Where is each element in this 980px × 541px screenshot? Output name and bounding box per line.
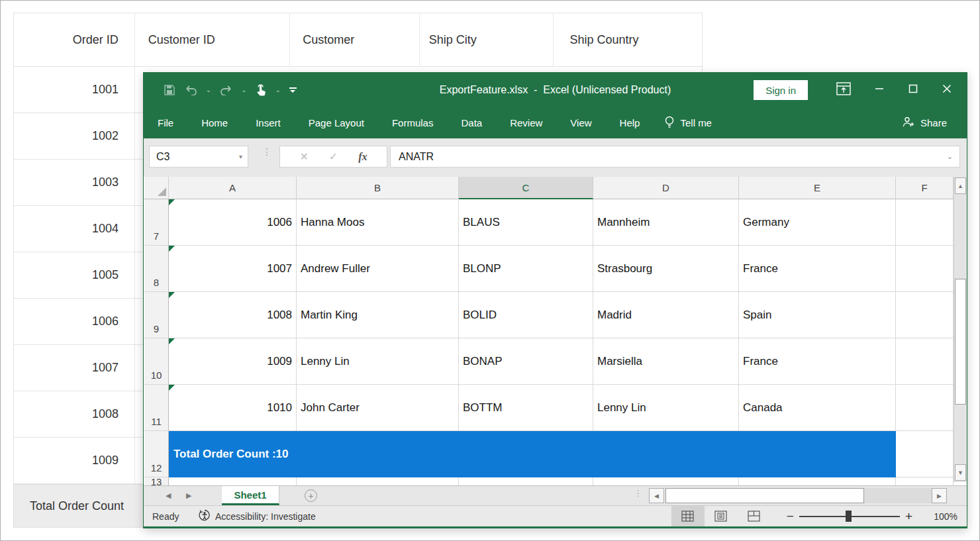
cell-a9[interactable]: 1008 — [169, 292, 297, 338]
cell-e11[interactable]: Canada — [739, 385, 896, 431]
cell-b11[interactable]: John Carter — [297, 385, 459, 431]
cell-f12[interactable] — [896, 431, 954, 477]
select-all-corner[interactable] — [144, 177, 169, 199]
touch-mode-dropdown-icon[interactable]: ⌄ — [275, 87, 281, 93]
tab-formulas[interactable]: Formulas — [378, 107, 448, 138]
vertical-scrollbar[interactable]: ▲ ▼ — [954, 177, 967, 482]
minimize-icon[interactable] — [874, 83, 885, 97]
cell-d7[interactable]: Mannheim — [593, 199, 739, 246]
sheet-tab-sheet1[interactable]: Sheet1 — [222, 486, 279, 505]
cell-b9[interactable]: Martin King — [297, 292, 459, 338]
scroll-left-icon[interactable]: ◀ — [649, 488, 664, 503]
cancel-entry-icon[interactable]: ✕ — [299, 150, 308, 163]
view-normal-button[interactable] — [671, 506, 705, 526]
cell-e9[interactable]: Spain — [739, 292, 896, 338]
cell-c8[interactable]: BLONP — [459, 246, 593, 292]
zoom-level[interactable]: 100% — [916, 511, 957, 522]
view-page-layout-button[interactable] — [705, 506, 738, 526]
cell-f10[interactable] — [896, 338, 954, 385]
tell-me-control[interactable]: Tell me — [664, 115, 712, 130]
tab-file[interactable]: File — [144, 107, 187, 138]
zoom-slider-thumb[interactable] — [846, 511, 852, 522]
maximize-icon[interactable] — [908, 83, 918, 97]
tab-data[interactable]: Data — [447, 107, 496, 138]
tab-scroll-splitter[interactable]: ⋮ — [634, 491, 642, 495]
ribbon-display-options-icon[interactable] — [836, 82, 851, 98]
tab-view[interactable]: View — [556, 107, 605, 138]
touch-mouse-mode-icon[interactable] — [255, 83, 267, 97]
sheet-nav-right-icon[interactable]: ▶ — [186, 486, 191, 505]
formula-input[interactable]: ANATR ⌄ — [390, 146, 960, 168]
view-page-break-button[interactable] — [738, 506, 771, 526]
row-header-13[interactable]: 13 — [144, 477, 169, 485]
undo-dropdown-icon[interactable]: ⌄ — [206, 87, 211, 93]
save-icon[interactable] — [164, 84, 175, 96]
tab-page-layout[interactable]: Page Layout — [295, 107, 378, 138]
total-order-count-banner[interactable]: Total Order Count :10 — [169, 431, 896, 477]
row-header-9[interactable]: 9 — [144, 292, 169, 338]
accessibility-status[interactable]: Accessibility: Investigate — [199, 509, 316, 523]
column-header-f[interactable]: F — [896, 177, 954, 199]
name-box[interactable]: C3 ▾ — [149, 146, 248, 168]
cell-d10[interactable]: Marsiella — [593, 338, 739, 385]
cell-c7[interactable]: BLAUS — [459, 199, 593, 246]
share-control[interactable]: Share — [902, 116, 947, 130]
cell-b8[interactable]: Andrew Fuller — [297, 246, 459, 292]
cell-f7[interactable] — [896, 199, 954, 246]
cell-c11[interactable]: BOTTM — [459, 385, 593, 431]
formula-bar-expand-icon[interactable]: ⌄ — [947, 152, 959, 161]
cell-d11[interactable]: Lenny Lin — [593, 385, 739, 431]
new-sheet-icon[interactable]: + — [305, 489, 317, 502]
grid-header-order-id: Order ID — [14, 13, 135, 66]
zoom-slider[interactable] — [799, 506, 900, 526]
tab-help[interactable]: Help — [606, 107, 654, 138]
row-header-8[interactable]: 8 — [144, 246, 169, 292]
cell-f8[interactable] — [896, 246, 954, 292]
cell-f9[interactable] — [896, 292, 954, 338]
cell-e8[interactable]: France — [739, 246, 896, 292]
row-header-11[interactable]: 11 — [144, 385, 169, 431]
column-header-b[interactable]: B — [297, 177, 459, 199]
horizontal-scrollbar[interactable] — [665, 488, 932, 503]
cell-c10[interactable]: BONAP — [459, 338, 593, 385]
row-header-7[interactable]: 7 — [144, 199, 169, 246]
cell-e7[interactable]: Germany — [739, 199, 896, 246]
scroll-right-icon[interactable]: ▶ — [932, 488, 947, 503]
cell-f11[interactable] — [896, 385, 954, 431]
row-header-12[interactable]: 12 — [144, 431, 169, 477]
zoom-in-icon[interactable]: + — [905, 509, 912, 524]
sheet-nav-left-icon[interactable]: ◀ — [166, 486, 171, 505]
redo-dropdown-icon[interactable]: ⌄ — [242, 87, 247, 93]
horizontal-scrollbar-thumb[interactable] — [665, 488, 864, 503]
tab-home[interactable]: Home — [187, 107, 242, 138]
cell-a10[interactable]: 1009 — [169, 338, 297, 385]
sign-in-button[interactable]: Sign in — [754, 80, 808, 100]
customize-qat-icon[interactable] — [289, 87, 297, 93]
cell-d8[interactable]: Strasbourg — [593, 246, 739, 292]
cell-a8[interactable]: 1007 — [169, 246, 297, 292]
tab-review[interactable]: Review — [496, 107, 556, 138]
tab-insert[interactable]: Insert — [242, 107, 295, 138]
cell-c9[interactable]: BOLID — [459, 292, 593, 338]
confirm-entry-icon[interactable]: ✓ — [329, 150, 338, 163]
cell-d9[interactable]: Madrid — [593, 292, 739, 338]
cell-a7[interactable]: 1006 — [169, 199, 297, 246]
cell-b10[interactable]: Lenny Lin — [297, 338, 459, 385]
row-header-10[interactable]: 10 — [144, 338, 169, 385]
zoom-out-icon[interactable]: − — [787, 509, 794, 524]
redo-icon[interactable] — [220, 85, 233, 95]
column-header-a[interactable]: A — [169, 177, 297, 199]
column-header-c-selected[interactable]: C — [459, 177, 593, 199]
cell-a11[interactable]: 1010 — [169, 385, 297, 431]
close-icon[interactable] — [942, 83, 952, 97]
undo-icon[interactable] — [184, 85, 197, 95]
column-header-e[interactable]: E — [739, 177, 896, 199]
scroll-up-icon[interactable]: ▲ — [955, 177, 966, 194]
cell-e10[interactable]: France — [739, 338, 896, 385]
vertical-scrollbar-thumb[interactable] — [955, 279, 966, 405]
scroll-down-icon[interactable]: ▼ — [955, 464, 966, 481]
column-header-d[interactable]: D — [593, 177, 739, 199]
name-box-dropdown-icon[interactable]: ▾ — [239, 153, 248, 160]
cell-b7[interactable]: Hanna Moos — [297, 199, 459, 246]
insert-function-icon[interactable]: fx — [358, 151, 367, 163]
